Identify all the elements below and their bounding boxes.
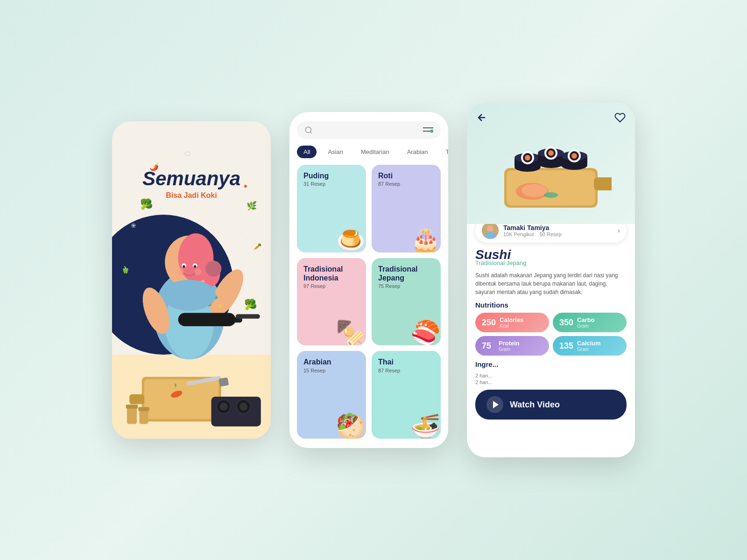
roti-count: 87 Resep xyxy=(378,181,400,187)
carbo-value: 350 xyxy=(559,318,573,328)
recipe-card-trad-indo[interactable]: Tradisional Indonesia 97 Resep 🍢 xyxy=(297,258,366,346)
watch-video-button[interactable]: Watch Video xyxy=(475,390,627,420)
dish-subtitle: Tradisional Jepang xyxy=(475,259,627,266)
detail-nav xyxy=(467,110,635,125)
category-tabs: All Asian Meditarian Arabian Thai xyxy=(297,146,441,158)
sushi-board-svg xyxy=(490,126,612,219)
chef-info-text: Tamaki Tamiya 10K Pengikut 50 Resep xyxy=(503,224,613,237)
search-icon-wrap xyxy=(304,126,423,134)
nutrition-carbo: 350 Carbo Gram xyxy=(553,313,627,332)
roti-img: 🎂 xyxy=(399,215,441,252)
dish-description: Sushi adalah makanan Jepang yang terdiri… xyxy=(475,271,627,296)
calories-value: 250 xyxy=(482,318,496,328)
svg-point-34 xyxy=(220,403,228,411)
recipe-card-thai[interactable]: Thai 87 Resep 🍜 xyxy=(372,351,441,439)
svg-rect-24 xyxy=(129,394,144,404)
arabian-img: 🥙 xyxy=(324,401,366,439)
ingredient-1: 2 han... xyxy=(475,373,627,378)
ingredients-title: Ingre... xyxy=(475,360,498,368)
chef-nav-arrow[interactable]: › xyxy=(618,226,620,235)
arabian-emoji: 🥙 xyxy=(336,414,366,439)
nutrition-protein: 75 Protein Gram xyxy=(475,336,549,356)
ingredients-section: Ingre... xyxy=(475,360,627,368)
svg-point-66 xyxy=(487,225,493,232)
chef-svg xyxy=(117,191,266,359)
puding-title: Puding xyxy=(303,171,329,180)
svg-rect-29 xyxy=(126,405,138,409)
svg-rect-43 xyxy=(594,177,612,190)
trad-indo-emoji: 🍢 xyxy=(336,321,366,345)
svg-point-21 xyxy=(162,280,216,310)
nutrition-title: Nutritions xyxy=(475,301,627,309)
detail-screen: Tamaki Tamiya 10K Pengikut 50 Resep › Su… xyxy=(467,103,635,457)
tab-meditarian[interactable]: Meditarian xyxy=(354,146,396,158)
svg-point-55 xyxy=(548,150,554,156)
svg-rect-31 xyxy=(138,407,149,411)
chef-name: Tamaki Tamiya xyxy=(503,224,613,231)
deco-petal1: ❀ xyxy=(131,222,136,229)
svg-rect-28 xyxy=(127,406,137,424)
recipe-card-puding[interactable]: Puding 31 Resep 🍮 xyxy=(297,165,366,252)
recipe-card-roti[interactable]: Roti 87 Resep 🎂 xyxy=(372,165,441,252)
dish-title-area: Sushi Tradisional Jepang xyxy=(475,247,627,266)
deco-petal2: ❀ xyxy=(238,229,243,236)
favorite-button[interactable] xyxy=(613,110,627,125)
thai-emoji: 🍜 xyxy=(410,414,441,439)
detail-header xyxy=(467,103,635,224)
svg-rect-30 xyxy=(139,409,148,424)
search-bar[interactable] xyxy=(297,121,441,139)
ingredients-list: 2 han... 2 han... xyxy=(475,373,627,385)
phone-splash: ⬭ ● 🥦 🌶️ 🌿 ❀ ❀ 🥕 🫑 🥦 Semuanya Bisa Jadi … xyxy=(112,121,271,439)
tab-all[interactable]: All xyxy=(297,146,317,158)
tab-arabian[interactable]: Arabian xyxy=(401,146,435,158)
recipe-card-arabian[interactable]: Arabian 15 Resep 🥙 xyxy=(297,351,366,439)
roti-emoji: 🎂 xyxy=(410,228,441,252)
trad-jepang-count: 75 Resep xyxy=(378,283,400,289)
tab-asian[interactable]: Asian xyxy=(321,146,350,158)
recipe-card-trad-jepang[interactable]: Tradisional Jepang 75 Resep 🍣 xyxy=(372,258,441,346)
nutrition-calories: 250 Calories Kcal xyxy=(475,313,549,332)
play-circle xyxy=(486,396,503,413)
back-button[interactable] xyxy=(474,110,489,125)
puding-count: 31 Resep xyxy=(303,181,325,187)
tab-thai[interactable]: Thai xyxy=(439,146,449,158)
arabian-count: 15 Resep xyxy=(303,368,325,373)
thai-count: 87 Resep xyxy=(378,368,400,373)
recipe-grid: Puding 31 Resep 🍮 Roti 87 Resep 🎂 Tr xyxy=(297,165,441,439)
svg-rect-23 xyxy=(144,379,218,419)
trad-indo-count: 97 Resep xyxy=(303,283,325,289)
calcium-label: Calcium Gram xyxy=(577,340,601,352)
nutrition-section: Nutritions 250 Calories Kcal 350 xyxy=(475,301,627,356)
thai-img: 🍜 xyxy=(399,401,441,439)
chef-avatar xyxy=(482,224,499,239)
puding-img: 🍮 xyxy=(324,215,366,252)
svg-point-61 xyxy=(571,153,577,159)
splash-sub-title: Bisa Jadi Koki xyxy=(112,191,271,200)
play-icon xyxy=(493,401,499,408)
nutrition-grid: 250 Calories Kcal 350 Carbo Gram xyxy=(475,313,627,356)
svg-point-13 xyxy=(195,268,202,275)
svg-point-64 xyxy=(544,192,558,198)
phone-detail: Tamaki Tamiya 10K Pengikut 50 Resep › Su… xyxy=(467,103,635,457)
protein-label: Protein Gram xyxy=(499,340,520,352)
phones-container: ⬭ ● 🥦 🌶️ 🌿 ❀ ❀ 🥕 🫑 🥦 Semuanya Bisa Jadi … xyxy=(47,103,700,457)
deco-broccoli2: 🥦 xyxy=(244,299,257,311)
svg-rect-16 xyxy=(236,314,260,318)
svg-point-12 xyxy=(177,268,184,275)
kitchen-svg xyxy=(112,355,271,439)
trad-indo-title: Tradisional Indonesia xyxy=(303,265,359,282)
protein-value: 75 xyxy=(482,341,495,351)
chef-info-bar[interactable]: Tamaki Tamiya 10K Pengikut 50 Resep › xyxy=(475,224,627,243)
svg-rect-15 xyxy=(178,313,236,326)
back-arrow-icon xyxy=(476,112,487,123)
carbo-label: Carbo Gram xyxy=(577,316,595,329)
deco-carrot: 🥕 xyxy=(254,243,261,250)
chef-stats: 10K Pengikut 50 Resep xyxy=(503,231,613,237)
deco-leaf: 🌿 xyxy=(247,201,257,211)
nutrition-calcium: 135 Calcium Gram xyxy=(553,336,627,356)
filter-icon-wrap[interactable] xyxy=(423,126,433,134)
search-icon xyxy=(304,126,313,134)
deco-ellipse: ⬭ xyxy=(184,149,191,158)
filter-icon xyxy=(423,126,433,134)
calcium-value: 135 xyxy=(559,341,573,351)
